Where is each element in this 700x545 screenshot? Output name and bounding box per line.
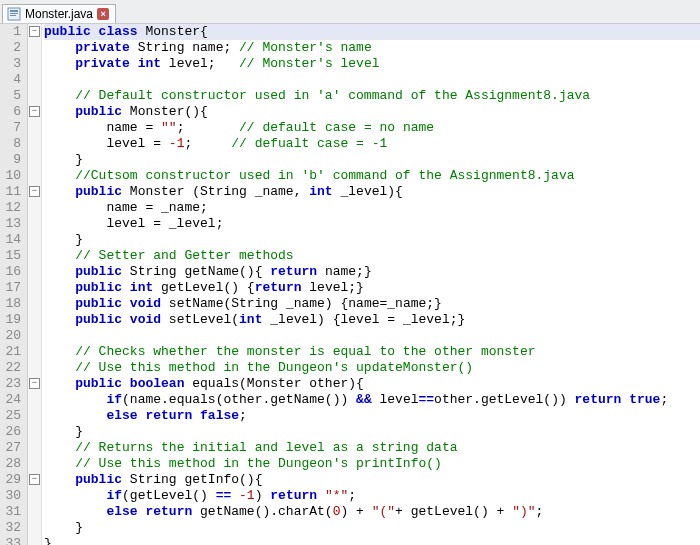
- code-line[interactable]: }: [44, 424, 700, 440]
- fold-column[interactable]: −−−−−: [28, 24, 42, 545]
- keyword-text: public: [75, 472, 130, 487]
- keyword-text: return: [270, 264, 325, 279]
- code-line[interactable]: }: [44, 152, 700, 168]
- close-icon[interactable]: ×: [97, 8, 109, 20]
- code-line[interactable]: // Checks whether the monster is equal t…: [44, 344, 700, 360]
- code-line[interactable]: [44, 328, 700, 344]
- code-line[interactable]: name = ""; // default case = no name: [44, 120, 700, 136]
- code-text: [44, 408, 106, 423]
- fold-toggle-icon[interactable]: −: [29, 186, 40, 197]
- code-line[interactable]: public void setLevel(int _level) {level …: [44, 312, 700, 328]
- code-text: level: [379, 392, 418, 407]
- keyword-text: public int: [75, 280, 161, 295]
- line-number: 23: [4, 376, 21, 392]
- keyword-text: public void: [75, 312, 169, 327]
- code-line[interactable]: public String getName(){ return name;}: [44, 264, 700, 280]
- line-number: 10: [4, 168, 21, 184]
- code-text: [44, 40, 75, 55]
- comment-text: // Monster's name: [239, 40, 372, 55]
- code-line[interactable]: [44, 72, 700, 88]
- code-text: String name;: [138, 40, 239, 55]
- line-number: 33: [4, 536, 21, 545]
- code-line[interactable]: public String getInfo(){: [44, 472, 700, 488]
- code-text: setName(String _name) {name=_name;}: [169, 296, 442, 311]
- line-number: 29: [4, 472, 21, 488]
- keyword-text: public void: [75, 296, 169, 311]
- code-line[interactable]: if(name.equals(other.getName()) && level…: [44, 392, 700, 408]
- code-line[interactable]: level = -1; // defualt case = -1: [44, 136, 700, 152]
- code-line[interactable]: // Returns the initial and level as a st…: [44, 440, 700, 456]
- code-editor[interactable]: 1234567891011121314151617181920212223242…: [0, 24, 700, 545]
- code-line[interactable]: level = _level;: [44, 216, 700, 232]
- fold-toggle-icon[interactable]: −: [29, 474, 40, 485]
- line-number: 8: [4, 136, 21, 152]
- keyword-text: int: [239, 312, 270, 327]
- line-number: 2: [4, 40, 21, 56]
- comment-text: //Cutsom constructor used in 'b' command…: [75, 168, 574, 183]
- keyword-text: public class: [44, 24, 145, 39]
- code-line[interactable]: else return getName().charAt(0) + "("+ g…: [44, 504, 700, 520]
- code-text: [44, 280, 75, 295]
- code-text: String getName(){: [130, 264, 270, 279]
- code-text: Monster: [145, 24, 200, 39]
- line-number: 19: [4, 312, 21, 328]
- code-line[interactable]: }: [44, 232, 700, 248]
- comment-text: // default case = no name: [239, 120, 434, 135]
- code-line[interactable]: //Cutsom constructor used in 'b' command…: [44, 168, 700, 184]
- keyword-text: else return: [106, 504, 200, 519]
- file-tab[interactable]: Monster.java ×: [2, 4, 116, 23]
- code-text: ;: [184, 136, 231, 151]
- code-line[interactable]: else return false;: [44, 408, 700, 424]
- code-text: ): [255, 488, 271, 503]
- keyword-text: if: [106, 488, 122, 503]
- code-line[interactable]: private String name; // Monster's name: [44, 40, 700, 56]
- code-line[interactable]: if(getLevel() == -1) return "*";: [44, 488, 700, 504]
- code-text: [44, 264, 75, 279]
- code-text: getName().charAt(: [200, 504, 333, 519]
- fold-toggle-icon[interactable]: −: [29, 26, 40, 37]
- code-line[interactable]: // Setter and Getter methods: [44, 248, 700, 264]
- code-line[interactable]: public void setName(String _name) {name=…: [44, 296, 700, 312]
- code-text: [44, 168, 75, 183]
- svg-rect-3: [10, 15, 16, 16]
- line-number: 27: [4, 440, 21, 456]
- code-text: (getLevel(): [122, 488, 216, 503]
- line-number: 11: [4, 184, 21, 200]
- comment-text: // Monster's level: [239, 56, 379, 71]
- code-line[interactable]: public Monster (String _name, int _level…: [44, 184, 700, 200]
- code-area[interactable]: public class Monster{ private String nam…: [42, 24, 700, 545]
- code-text: [44, 56, 75, 71]
- code-text: _level){: [340, 184, 402, 199]
- code-text: + getLevel() +: [395, 504, 512, 519]
- keyword-text: public: [75, 184, 130, 199]
- line-number: 15: [4, 248, 21, 264]
- code-text: name = _name;: [44, 200, 208, 215]
- code-text: ;: [177, 120, 239, 135]
- comment-text: // Use this method in the Dungeon's upda…: [75, 360, 473, 375]
- comment-text: // Returns the initial and level as a st…: [75, 440, 457, 455]
- keyword-text: else return false: [106, 408, 239, 423]
- code-text: ;: [239, 408, 247, 423]
- line-number: 26: [4, 424, 21, 440]
- code-line[interactable]: public int getLevel() {return level;}: [44, 280, 700, 296]
- code-line[interactable]: public Monster(){: [44, 104, 700, 120]
- code-line[interactable]: // Use this method in the Dungeon's prin…: [44, 456, 700, 472]
- code-line[interactable]: // Use this method in the Dungeon's upda…: [44, 360, 700, 376]
- line-number: 21: [4, 344, 21, 360]
- code-line[interactable]: public boolean equals(Monster other){: [44, 376, 700, 392]
- code-line[interactable]: name = _name;: [44, 200, 700, 216]
- code-line[interactable]: // Default constructor used in 'a' comma…: [44, 88, 700, 104]
- code-text: setLevel(: [169, 312, 239, 327]
- code-text: }: [44, 520, 83, 535]
- code-line[interactable]: private int level; // Monster's level: [44, 56, 700, 72]
- code-text: equals(Monster other){: [192, 376, 364, 391]
- code-text: _level) {level = _level;}: [270, 312, 465, 327]
- fold-toggle-icon[interactable]: −: [29, 378, 40, 389]
- code-line[interactable]: }: [44, 520, 700, 536]
- keyword-text: return: [270, 488, 325, 503]
- fold-toggle-icon[interactable]: −: [29, 106, 40, 117]
- line-number: 22: [4, 360, 21, 376]
- code-line[interactable]: }: [44, 536, 700, 545]
- code-line[interactable]: public class Monster{: [44, 24, 700, 40]
- code-text: }: [44, 424, 83, 439]
